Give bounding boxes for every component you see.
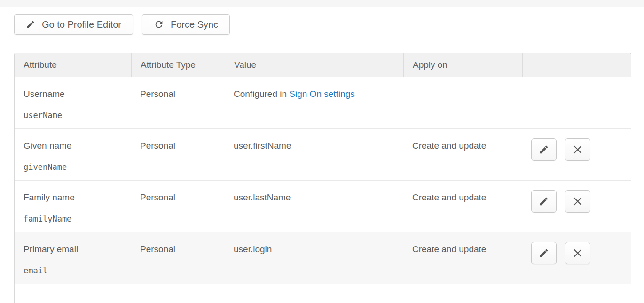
pencil-icon xyxy=(26,20,35,29)
actions-cell xyxy=(522,129,631,180)
column-header: Apply on xyxy=(403,53,522,77)
force-sync-label: Force Sync xyxy=(171,19,218,30)
delete-attribute-button[interactable] xyxy=(565,138,590,161)
pencil-icon xyxy=(539,144,549,155)
attribute-label: Given name xyxy=(24,141,126,151)
column-header xyxy=(522,53,631,77)
column-header: Attribute Type xyxy=(131,53,225,77)
attribute-variable: userName xyxy=(24,111,126,120)
sign-on-settings-link[interactable]: Sign On settings xyxy=(289,89,354,99)
close-icon xyxy=(572,196,583,207)
apply-on-cell: Create and update xyxy=(403,129,522,180)
toolbar: Go to Profile Editor Force Sync xyxy=(14,14,230,35)
refresh-icon xyxy=(154,19,164,30)
attribute-variable: email xyxy=(24,266,126,275)
table-row: Username userName Personal Configured in… xyxy=(15,77,631,129)
edit-attribute-button[interactable] xyxy=(531,138,557,161)
attribute-cell: Primary email email xyxy=(15,232,131,284)
value-text: Configured in xyxy=(234,89,289,99)
attribute-type-cell: Personal xyxy=(131,232,225,284)
table-header-row: AttributeAttribute TypeValueApply on xyxy=(15,53,631,77)
pencil-icon xyxy=(539,196,549,207)
attribute-cell: Family name familyName xyxy=(15,181,131,232)
delete-attribute-button[interactable] xyxy=(565,190,590,213)
force-sync-button[interactable]: Force Sync xyxy=(142,14,230,35)
attribute-mappings-table: AttributeAttribute TypeValueApply on Use… xyxy=(14,53,631,303)
actions-cell xyxy=(522,77,631,128)
value-text: user.login xyxy=(234,244,272,254)
column-header: Value xyxy=(225,53,403,77)
attribute-label: Username xyxy=(24,89,126,99)
table-row: Given name givenName Personal user.first… xyxy=(15,129,631,181)
value-cell: user.lastName xyxy=(225,181,403,232)
attribute-cell: Username userName xyxy=(15,77,131,128)
table-body: Username userName Personal Configured in… xyxy=(15,77,631,284)
value-cell: user.firstName xyxy=(225,129,403,180)
delete-attribute-button[interactable] xyxy=(565,242,590,264)
close-icon xyxy=(572,247,583,259)
attribute-variable: givenName xyxy=(24,162,126,172)
actions-cell xyxy=(522,232,631,284)
go-to-profile-editor-label: Go to Profile Editor xyxy=(42,19,121,30)
value-cell: user.login xyxy=(225,232,403,284)
table-row: Primary email email Personal user.login … xyxy=(15,232,631,284)
close-icon xyxy=(572,144,583,155)
attribute-label: Family name xyxy=(24,192,126,203)
attribute-type-cell: Personal xyxy=(131,181,225,232)
table-row: Family name familyName Personal user.las… xyxy=(15,181,631,232)
attribute-type-cell: Personal xyxy=(131,77,225,128)
edit-attribute-button[interactable] xyxy=(531,190,557,213)
go-to-profile-editor-button[interactable]: Go to Profile Editor xyxy=(14,14,133,35)
pencil-icon xyxy=(539,248,549,258)
apply-on-cell: Create and update xyxy=(403,181,522,232)
attribute-cell: Given name givenName xyxy=(15,129,131,180)
top-strip xyxy=(0,0,644,7)
attribute-type-cell: Personal xyxy=(131,129,225,180)
apply-on-cell xyxy=(403,77,522,128)
actions-cell xyxy=(522,181,631,232)
apply-on-cell: Create and update xyxy=(403,232,522,284)
column-header: Attribute xyxy=(15,53,131,77)
value-text: user.lastName xyxy=(234,192,291,202)
value-text: user.firstName xyxy=(234,141,291,151)
attribute-variable: familyName xyxy=(24,214,126,223)
edit-attribute-button[interactable] xyxy=(531,242,557,264)
attribute-label: Primary email xyxy=(24,244,126,255)
value-cell: Configured in Sign On settings xyxy=(225,77,403,128)
